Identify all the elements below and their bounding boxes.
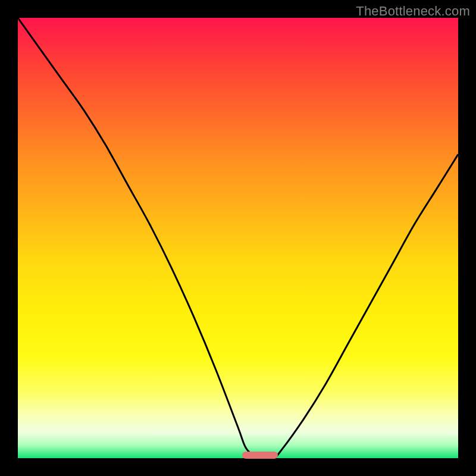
plot-area <box>18 18 458 458</box>
chart-canvas: { "watermark": "TheBottleneck.com", "cha… <box>0 0 476 476</box>
watermark-text: TheBottleneck.com <box>356 4 470 19</box>
bottleneck-curve <box>18 18 458 458</box>
optimal-marker <box>242 452 277 459</box>
